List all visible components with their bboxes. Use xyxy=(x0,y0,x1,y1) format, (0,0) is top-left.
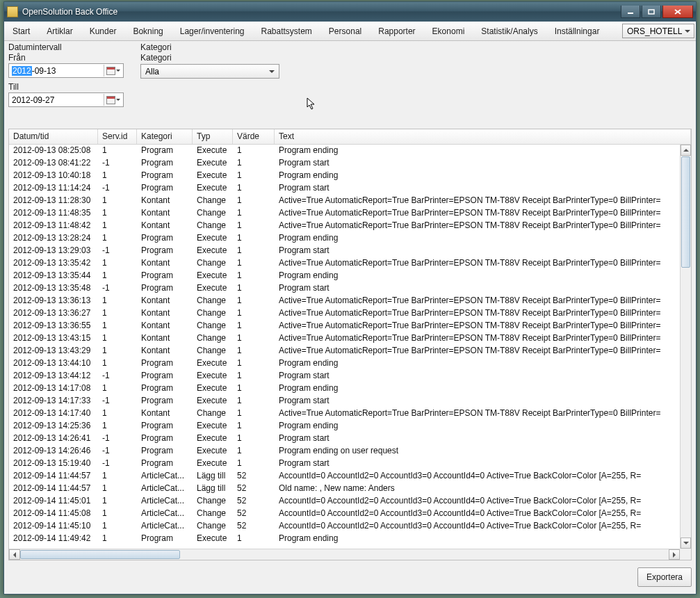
scroll-up-button[interactable] xyxy=(681,145,691,156)
col-servid[interactable]: Serv.id xyxy=(98,129,137,144)
table-row[interactable]: 2012-09-14 11:49:421ProgramExecute1Progr… xyxy=(9,533,680,545)
scroll-thumb[interactable] xyxy=(681,156,690,268)
menu-ekonomi[interactable]: Ekonomi xyxy=(424,22,473,40)
cell: 1 xyxy=(233,295,275,307)
table-row[interactable]: 2012-09-13 14:26:46-1ProgramExecute1Prog… xyxy=(9,445,680,458)
cell: 2012-09-14 11:49:42 xyxy=(9,533,98,545)
export-button[interactable]: Exportera xyxy=(637,567,692,587)
table-row[interactable]: 2012-09-13 14:17:081ProgramExecute1Progr… xyxy=(9,382,680,395)
col-text[interactable]: Text xyxy=(275,129,691,144)
table-row[interactable]: 2012-09-13 13:36:131KontantChange1Active… xyxy=(9,295,680,307)
cell: 2012-09-13 14:25:36 xyxy=(9,420,98,433)
table-row[interactable]: 2012-09-13 13:35:441ProgramExecute1Progr… xyxy=(9,270,680,282)
menu-rapporter[interactable]: Rapporter xyxy=(370,22,423,40)
table-row[interactable]: 2012-09-13 11:48:351KontantChange1Active… xyxy=(9,207,680,220)
table-row[interactable]: 2012-09-13 13:36:551KontantChange1Active… xyxy=(9,320,680,332)
table-row[interactable]: 2012-09-13 13:43:291KontantChange1Active… xyxy=(9,345,680,357)
cell: Program ending xyxy=(275,382,680,395)
cell: Lägg till xyxy=(193,470,233,483)
table-row[interactable]: 2012-09-13 13:43:151KontantChange1Active… xyxy=(9,332,680,345)
col-typ[interactable]: Typ xyxy=(193,129,233,144)
cell: Kontant xyxy=(137,295,193,307)
menu-personal[interactable]: Personal xyxy=(320,22,370,40)
menu-installningar[interactable]: Inställningar xyxy=(546,22,608,40)
table-row[interactable]: 2012-09-13 13:29:03-1ProgramExecute1Prog… xyxy=(9,245,680,257)
cell: 1 xyxy=(233,533,275,545)
table-row[interactable]: 2012-09-13 13:35:48-1ProgramExecute1Prog… xyxy=(9,282,680,295)
cell: 1 xyxy=(233,433,275,445)
cell: Program ending xyxy=(275,533,680,545)
cell: 2012-09-14 11:44:57 xyxy=(9,483,98,495)
table-row[interactable]: 2012-09-14 11:45:081ArticleCat...Change5… xyxy=(9,508,680,520)
menu-bokning[interactable]: Bokning xyxy=(124,22,171,40)
to-date-input[interactable]: 2012-09-27 xyxy=(8,92,124,107)
horizontal-scrollbar[interactable] xyxy=(9,549,680,560)
cell: 2012-09-13 11:14:24 xyxy=(9,182,98,195)
cell: Program xyxy=(137,170,193,182)
table-row[interactable]: 2012-09-13 15:19:40-1ProgramExecute1Prog… xyxy=(9,458,680,470)
scroll-right-button[interactable] xyxy=(669,549,680,560)
table-row[interactable]: 2012-09-14 11:45:101ArticleCat...Change5… xyxy=(9,520,680,533)
table-row[interactable]: 2012-09-13 14:25:361ProgramExecute1Progr… xyxy=(9,420,680,433)
maximize-button[interactable] xyxy=(642,6,661,18)
cell: -1 xyxy=(98,370,137,382)
cell: Program xyxy=(137,533,193,545)
from-date-picker-button[interactable] xyxy=(104,65,122,76)
vertical-scrollbar[interactable] xyxy=(680,145,691,549)
table-row[interactable]: 2012-09-13 11:28:301KontantChange1Active… xyxy=(9,195,680,207)
menu-statistik[interactable]: Statistik/Analys xyxy=(473,22,546,40)
hscroll-thumb[interactable] xyxy=(20,550,180,559)
col-kategori[interactable]: Kategori xyxy=(137,129,193,144)
table-row[interactable]: 2012-09-14 11:44:571ArticleCat...Lägg ti… xyxy=(9,483,680,495)
titlebar[interactable]: OpenSolution Back Office xyxy=(4,2,696,22)
from-date-input[interactable]: 2012-09-13 xyxy=(8,63,124,78)
kategori-select[interactable]: Alla xyxy=(140,64,279,79)
table-row[interactable]: 2012-09-13 13:35:421KontantChange1Active… xyxy=(9,257,680,270)
cell: 1 xyxy=(233,220,275,232)
cell: Old name: , New name: Anders xyxy=(275,483,680,495)
menu-lager[interactable]: Lager/inventering xyxy=(172,22,253,40)
cell: 2012-09-13 10:40:18 xyxy=(9,170,98,182)
cell: Program xyxy=(137,458,193,470)
cell: 1 xyxy=(233,370,275,382)
table-row[interactable]: 2012-09-13 11:48:421KontantChange1Active… xyxy=(9,220,680,232)
menu-artiklar[interactable]: Artiklar xyxy=(38,22,81,40)
menu-rabatt[interactable]: Rabattsystem xyxy=(253,22,320,40)
menu-kunder[interactable]: Kunder xyxy=(81,22,125,40)
cell: Kontant xyxy=(137,220,193,232)
table-row[interactable]: 2012-09-13 11:14:24-1ProgramExecute1Prog… xyxy=(9,182,680,195)
col-datum[interactable]: Datum/tid xyxy=(9,129,98,144)
cell: Active=True AutomaticReport=True BarPrin… xyxy=(275,320,680,332)
table-row[interactable]: 2012-09-13 14:17:401KontantChange1Active… xyxy=(9,407,680,420)
close-button[interactable] xyxy=(662,6,693,18)
cell: 2012-09-13 11:28:30 xyxy=(9,195,98,207)
table-row[interactable]: 2012-09-13 13:36:271KontantChange1Active… xyxy=(9,307,680,320)
hscroll-track[interactable] xyxy=(20,549,669,560)
database-select[interactable]: ORS_HOTELL xyxy=(622,24,694,38)
scroll-left-button[interactable] xyxy=(9,549,20,560)
svg-rect-1 xyxy=(649,10,654,14)
chevron-down-icon xyxy=(682,24,692,38)
table-row[interactable]: 2012-09-13 10:40:181ProgramExecute1Progr… xyxy=(9,170,680,182)
cell: 1 xyxy=(233,332,275,345)
table-row[interactable]: 2012-09-13 13:44:12-1ProgramExecute1Prog… xyxy=(9,370,680,382)
scroll-down-button[interactable] xyxy=(681,538,691,549)
cell: Program ending xyxy=(275,357,680,370)
cell: 1 xyxy=(233,345,275,357)
table-row[interactable]: 2012-09-14 11:45:011ArticleCat...Change5… xyxy=(9,495,680,508)
menu-start[interactable]: Start xyxy=(4,22,38,40)
from-date-value: 2012-09-13 xyxy=(12,66,104,76)
cell: ArticleCat... xyxy=(137,470,193,483)
table-row[interactable]: 2012-09-13 13:44:101ProgramExecute1Progr… xyxy=(9,357,680,370)
to-date-picker-button[interactable] xyxy=(104,94,122,106)
col-varde[interactable]: Värde xyxy=(233,129,275,144)
table-row[interactable]: 2012-09-13 14:26:41-1ProgramExecute1Prog… xyxy=(9,433,680,445)
minimize-button[interactable] xyxy=(621,6,640,18)
table-row[interactable]: 2012-09-13 08:41:22-1ProgramExecute1Prog… xyxy=(9,157,680,170)
table-row[interactable]: 2012-09-14 11:44:571ArticleCat...Lägg ti… xyxy=(9,470,680,483)
table-row[interactable]: 2012-09-13 14:17:33-1ProgramExecute1Prog… xyxy=(9,395,680,407)
cell: 1 xyxy=(233,170,275,182)
table-row[interactable]: 2012-09-13 13:28:241ProgramExecute1Progr… xyxy=(9,232,680,245)
grid-body[interactable]: 2012-09-13 08:25:081ProgramExecute1Progr… xyxy=(9,145,680,549)
table-row[interactable]: 2012-09-13 08:25:081ProgramExecute1Progr… xyxy=(9,145,680,157)
